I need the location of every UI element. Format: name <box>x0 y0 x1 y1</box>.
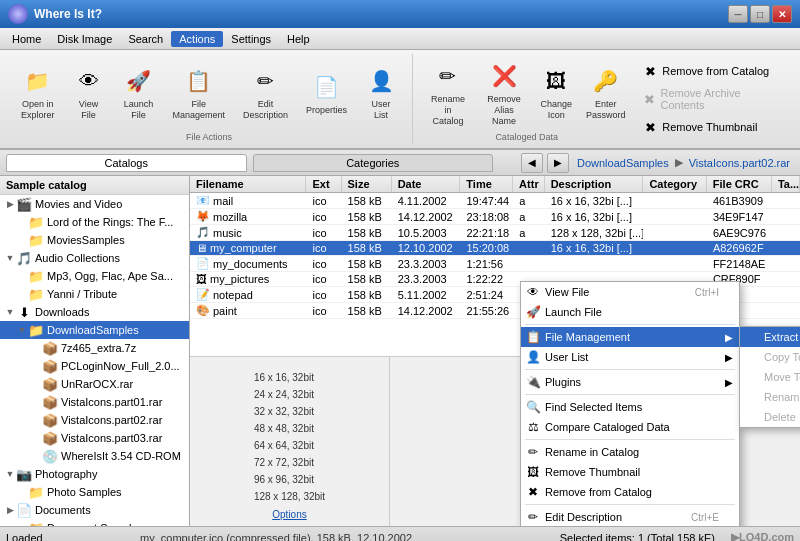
table-row[interactable]: 📄my_documents ico 158 kB 23.3.2003 1:21:… <box>190 256 800 272</box>
sidebar-item-vista03[interactable]: 📦 VistaIcons.part03.rar <box>0 429 189 447</box>
ctx-plugins[interactable]: 🔌 Plugins ▶ <box>521 372 739 392</box>
menu-actions[interactable]: Actions <box>171 31 223 47</box>
minimize-button[interactable]: ─ <box>728 5 748 23</box>
enter-password-button[interactable]: 🔑 EnterPassword <box>581 61 630 125</box>
submenu-moveto[interactable]: Move To... <box>740 367 800 387</box>
nav-back-button[interactable]: ◀ <box>521 153 543 173</box>
sidebar-item-downloadsamples[interactable]: ▼ 📁 DownloadSamples <box>0 321 189 339</box>
breadcrumb-root[interactable]: DownloadSamples <box>573 156 673 170</box>
sidebar-item-photosamples[interactable]: 📁 Photo Samples <box>0 483 189 501</box>
cell-attr <box>513 278 545 280</box>
launch-file-button[interactable]: 🚀 LaunchFile <box>116 61 162 125</box>
edit-description-icon: ✏ <box>250 65 282 97</box>
sidebar-item-lotr[interactable]: 📁 Lord of the Rings: The F... <box>0 213 189 231</box>
table-row[interactable]: 📧mail ico 158 kB 4.11.2002 19:47:44 a 16… <box>190 193 800 209</box>
col-crc[interactable]: File CRC <box>707 176 772 192</box>
menu-home[interactable]: Home <box>4 31 49 47</box>
col-desc[interactable]: Description <box>545 176 644 192</box>
dls-icon: 📁 <box>28 322 44 338</box>
sidebar-item-movies[interactable]: ▶ 🎬 Movies and Video <box>0 195 189 213</box>
rename-catalog-button[interactable]: ✏ Renamein Catalog <box>423 56 473 130</box>
menubar: Home Disk Image Search Actions Settings … <box>0 28 800 50</box>
view-file-button[interactable]: 👁 ViewFile <box>66 61 112 125</box>
maximize-button[interactable]: □ <box>750 5 770 23</box>
ctx-launch-file[interactable]: 🚀 Launch File <box>521 302 739 322</box>
remove-thumbnail-ribbon-button[interactable]: ✖ Remove Thumbnail <box>638 117 778 137</box>
cell-desc <box>545 263 644 265</box>
remove-archive-contents-button[interactable]: ✖ Remove Archive Contents <box>638 85 778 113</box>
remove-alias-button[interactable]: ❌ RemoveAlias Name <box>477 56 531 130</box>
menu-search[interactable]: Search <box>120 31 171 47</box>
ctx-remove-cat-icon: ✖ <box>525 484 541 500</box>
options-link[interactable]: Options <box>272 509 306 520</box>
ribbon: 📁 Open inExplorer 👁 ViewFile 🚀 LaunchFil… <box>0 50 800 150</box>
sidebar-item-moviesamples[interactable]: 📁 MoviesSamples <box>0 231 189 249</box>
file-management-button[interactable]: 📋 FileManagement <box>166 61 233 125</box>
ctx-remove-thumbnail[interactable]: 🖼 Remove Thumbnail <box>521 462 739 482</box>
menu-diskimage[interactable]: Disk Image <box>49 31 120 47</box>
properties-button[interactable]: 📄 Properties <box>299 67 354 120</box>
remove-from-catalog-button[interactable]: ✖ Remove from Catalog <box>638 61 778 81</box>
sidebar-item-documents[interactable]: ▶ 📄 Documents <box>0 501 189 519</box>
sidebar-item-yanni[interactable]: 📁 Yanni / Tribute <box>0 285 189 303</box>
open-in-explorer-button[interactable]: 📁 Open inExplorer <box>14 61 62 125</box>
docsamples-label: Document Samples <box>47 522 143 526</box>
sidebar-item-docsamples[interactable]: 📁 Document Samples <box>0 519 189 526</box>
cell-crc: 6AE9C976 <box>707 226 772 240</box>
ctx-rename-catalog[interactable]: ✏ Rename in Catalog <box>521 442 739 462</box>
close-button[interactable]: ✕ <box>772 5 792 23</box>
cell-cat <box>643 232 706 234</box>
col-date[interactable]: Date <box>392 176 461 192</box>
sidebar-item-vista02[interactable]: 📦 VistaIcons.part02.rar <box>0 411 189 429</box>
submenu-extract[interactable]: Extract To... <box>740 327 800 347</box>
dls-label: DownloadSamples <box>47 324 139 336</box>
sidebar-item-whereis[interactable]: 💿 WhereIsIt 3.54 CD-ROM <box>0 447 189 465</box>
col-attr[interactable]: Attr <box>513 176 545 192</box>
cell-size: 158 kB <box>342 241 392 255</box>
table-row[interactable]: 🦊mozilla ico 158 kB 14.12.2002 23:18:08 … <box>190 209 800 225</box>
sidebar-item-pclogin[interactable]: 📦 PCLoginNow_Full_2.0... <box>0 357 189 375</box>
table-row-selected[interactable]: 🖥my_computer ico 158 kB 12.10.2002 15:20… <box>190 241 800 256</box>
col-size[interactable]: Size <box>342 176 392 192</box>
col-time[interactable]: Time <box>460 176 513 192</box>
sidebar-item-unrar[interactable]: 📦 UnRarOCX.rar <box>0 375 189 393</box>
remove-thumb-ribbon-icon: ✖ <box>642 119 658 135</box>
breadcrumb-current[interactable]: VistaIcons.part02.rar <box>685 156 794 170</box>
menu-help[interactable]: Help <box>279 31 318 47</box>
menu-settings[interactable]: Settings <box>223 31 279 47</box>
cell-desc: 16 x 16, 32bi [...] <box>545 194 644 208</box>
ctx-edit-desc[interactable]: ✏ Edit Description Ctrl+E <box>521 507 739 526</box>
ctx-file-management[interactable]: 📋 File Management ▶ Extract To... Copy T… <box>521 327 739 347</box>
ctx-view-file[interactable]: 👁 View File Ctrl+I <box>521 282 739 302</box>
user-list-button[interactable]: 👤 UserList <box>358 61 404 125</box>
table-row[interactable]: 🎵music ico 158 kB 10.5.2003 22:21:18 a 1… <box>190 225 800 241</box>
sidebar-item-downloads[interactable]: ▼ ⬇ Downloads <box>0 303 189 321</box>
col-tag[interactable]: Ta... <box>772 176 800 192</box>
submenu-copyto[interactable]: Copy To... <box>740 347 800 367</box>
col-ext[interactable]: Ext <box>306 176 341 192</box>
moviesamples-icon: 📁 <box>28 232 44 248</box>
rename-catalog-label: Renamein Catalog <box>430 94 466 126</box>
submenu-rename[interactable]: Rename <box>740 387 800 407</box>
cell-size: 158 kB <box>342 257 392 271</box>
tab-catalogs[interactable]: Catalogs <box>6 154 247 172</box>
ctx-find-selected[interactable]: 🔍 Find Selected Items <box>521 397 739 417</box>
sidebar-item-photography[interactable]: ▼ 📷 Photography <box>0 465 189 483</box>
col-filename[interactable]: Filename <box>190 176 306 192</box>
submenu-delete[interactable]: Delete <box>740 407 800 427</box>
ctx-user-list[interactable]: 👤 User List ▶ <box>521 347 739 367</box>
tab-categories[interactable]: Categories <box>253 154 494 172</box>
change-icon-button[interactable]: 🖼 ChangeIcon <box>535 61 577 125</box>
ctx-remove-catalog[interactable]: ✖ Remove from Catalog <box>521 482 739 502</box>
ribbon-buttons-file: 📁 Open inExplorer 👁 ViewFile 🚀 LaunchFil… <box>14 56 404 130</box>
cell-attr: a <box>513 210 545 224</box>
ctx-compare[interactable]: ⚖ Compare Cataloged Data <box>521 417 739 437</box>
remove-archive-label: Remove Archive Contents <box>660 87 774 111</box>
nav-forward-button[interactable]: ▶ <box>547 153 569 173</box>
edit-description-button[interactable]: ✏ EditDescription <box>236 61 295 125</box>
col-cat[interactable]: Category <box>643 176 706 192</box>
sidebar-item-vista01[interactable]: 📦 VistaIcons.part01.rar <box>0 393 189 411</box>
sidebar-item-mp3[interactable]: 📁 Mp3, Ogg, Flac, Ape Sa... <box>0 267 189 285</box>
sidebar-item-7z[interactable]: 📦 7z465_extra.7z <box>0 339 189 357</box>
sidebar-item-audio[interactable]: ▼ 🎵 Audio Collections <box>0 249 189 267</box>
